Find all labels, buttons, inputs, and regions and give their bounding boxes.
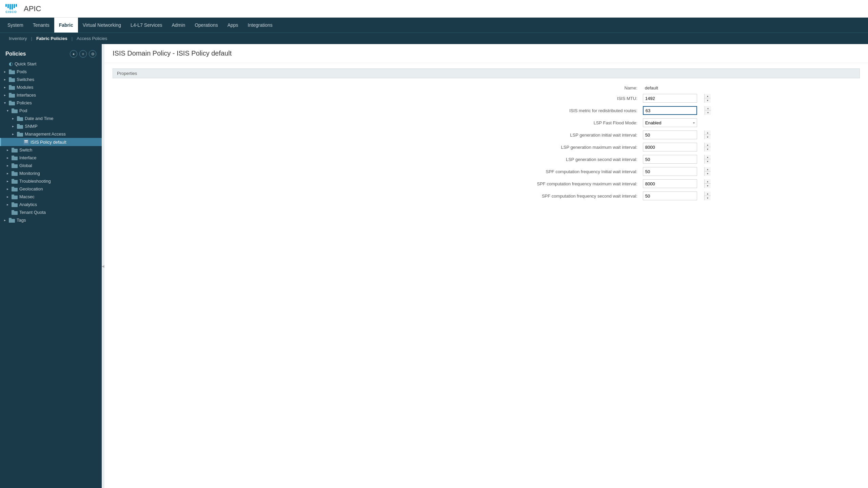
nav-operations[interactable]: Operations bbox=[190, 18, 222, 33]
sidebar-item-monitoring[interactable]: ▸ Monitoring bbox=[0, 169, 102, 177]
sidebar-item-snmp[interactable]: ▸ SNMP bbox=[0, 122, 102, 130]
input-spf-initial-field[interactable] bbox=[643, 169, 704, 174]
input-lsp-gen-max[interactable]: ▴ ▾ bbox=[643, 143, 697, 151]
spinner-down-spf-max[interactable]: ▾ bbox=[705, 184, 711, 188]
spinner-down-lsp-gen-max[interactable]: ▾ bbox=[705, 147, 711, 151]
nav-fabric[interactable]: Fabric bbox=[54, 18, 78, 33]
spinner-up-spf-initial[interactable]: ▴ bbox=[705, 167, 711, 171]
input-spf-second[interactable]: ▴ ▾ bbox=[643, 191, 697, 200]
spinner-down-spf-second[interactable]: ▾ bbox=[705, 196, 711, 200]
nav-system[interactable]: System bbox=[3, 18, 28, 33]
sidebar-item-mgmt-access[interactable]: ▸ Management Access bbox=[0, 130, 102, 138]
folder-icon-interface bbox=[12, 156, 18, 160]
sidebar-label-macsec: Macsec bbox=[19, 194, 35, 199]
folder-icon-macsec bbox=[12, 195, 18, 199]
panel-splitter[interactable] bbox=[102, 44, 104, 488]
doc-icon-isis-policy bbox=[23, 139, 29, 145]
spinner-up-spf-max[interactable]: ▴ bbox=[705, 179, 711, 184]
input-lsp-gen-initial-field[interactable] bbox=[643, 133, 704, 138]
sidebar-item-modules[interactable]: ▸ Modules bbox=[0, 83, 102, 91]
nav-l4l7[interactable]: L4-L7 Services bbox=[126, 18, 167, 33]
input-lsp-gen-second[interactable]: ▴ ▾ bbox=[643, 155, 697, 164]
main-panel: ISIS Domain Policy - ISIS Policy default… bbox=[104, 44, 868, 488]
field-label-spf-second: SPF computation frequency second wait in… bbox=[113, 190, 640, 202]
sidebar-item-interface[interactable]: ▸ Interface bbox=[0, 154, 102, 162]
folder-icon-mgmt-access bbox=[17, 132, 23, 137]
input-lsp-gen-max-field[interactable] bbox=[643, 145, 704, 150]
spinner-down-isis-metric[interactable]: ▾ bbox=[705, 110, 711, 115]
input-spf-initial[interactable]: ▴ ▾ bbox=[643, 167, 697, 176]
sidebar-item-quick-start[interactable]: ◐ Quick Start bbox=[0, 60, 102, 68]
spinner-spf-initial: ▴ ▾ bbox=[704, 167, 711, 176]
arrow-tags: ▸ bbox=[4, 218, 9, 222]
spinner-up-lsp-gen-second[interactable]: ▴ bbox=[705, 155, 711, 159]
sidebar-item-date-time[interactable]: ▸ Date and Time bbox=[0, 115, 102, 122]
sidebar-item-switches[interactable]: ▸ Switches bbox=[0, 76, 102, 83]
nav-admin[interactable]: Admin bbox=[167, 18, 190, 33]
spinner-down-lsp-gen-second[interactable]: ▾ bbox=[705, 159, 711, 164]
subnav-sep2: | bbox=[71, 36, 73, 41]
input-isis-mtu-field[interactable] bbox=[643, 96, 704, 101]
toolbar-icon-list[interactable]: ≡ bbox=[79, 50, 87, 58]
sidebar-item-troubleshooting[interactable]: ▸ Troubleshooting bbox=[0, 177, 102, 185]
subnav-access-policies[interactable]: Access Policies bbox=[73, 33, 111, 44]
field-label-isis-metric: ISIS metric for redistributed routes: bbox=[113, 104, 640, 117]
cisco-logo-icon bbox=[5, 4, 17, 9]
spinner-up-lsp-gen-max[interactable]: ▴ bbox=[705, 143, 711, 147]
field-value-name: default bbox=[643, 84, 660, 92]
spinner-down-isis-mtu[interactable]: ▾ bbox=[705, 98, 711, 103]
sidebar-item-pod[interactable]: ▾ Pod bbox=[0, 107, 102, 115]
sidebar-item-policies[interactable]: ▾ Policies bbox=[0, 99, 102, 107]
spinner-up-isis-mtu[interactable]: ▴ bbox=[705, 94, 711, 98]
input-isis-mtu[interactable]: ▴ ▾ bbox=[643, 94, 697, 103]
input-spf-max-field[interactable] bbox=[643, 181, 704, 186]
panel-title: ISIS Domain Policy - ISIS Policy default bbox=[104, 44, 868, 63]
arrow-geolocation: ▸ bbox=[7, 187, 12, 191]
input-spf-second-field[interactable] bbox=[643, 194, 704, 199]
sidebar-item-pods[interactable]: ▸ Pods bbox=[0, 68, 102, 76]
arrow-switches: ▸ bbox=[4, 78, 9, 81]
sidebar-item-macsec[interactable]: ▸ Macsec bbox=[0, 193, 102, 201]
sidebar-item-tenant-quota[interactable]: Tenant Quota bbox=[0, 208, 102, 216]
select-lsp-fast-flood[interactable]: Enabled Disabled ▾ bbox=[643, 118, 697, 127]
spinner-up-isis-metric[interactable]: ▴ bbox=[705, 106, 711, 110]
spinner-up-spf-second[interactable]: ▴ bbox=[705, 191, 711, 196]
folder-icon-switches bbox=[9, 77, 15, 82]
input-isis-metric-field[interactable] bbox=[644, 108, 705, 113]
sidebar-item-isis-policy[interactable]: ISIS Policy default bbox=[0, 138, 102, 146]
subnav-fabric-policies[interactable]: Fabric Policies bbox=[33, 33, 71, 44]
folder-icon-tenant-quota bbox=[12, 210, 18, 215]
spinner-up-lsp-gen-initial[interactable]: ▴ bbox=[705, 130, 711, 135]
folder-icon-switch bbox=[12, 148, 18, 152]
sidebar-item-interfaces[interactable]: ▸ Interfaces bbox=[0, 91, 102, 99]
toolbar-icon-circle[interactable]: ⊙ bbox=[89, 50, 96, 58]
nav-virtual-networking[interactable]: Virtual Networking bbox=[78, 18, 126, 33]
spinner-down-spf-initial[interactable]: ▾ bbox=[705, 171, 711, 176]
sidebar-item-tags[interactable]: ▸ Tags bbox=[0, 216, 102, 224]
field-row-isis-metric: ISIS metric for redistributed routes: ▴ … bbox=[113, 104, 860, 117]
folder-icon-snmp bbox=[17, 124, 23, 129]
field-label-lsp-gen-initial: LSP generation initial wait interval: bbox=[113, 129, 640, 141]
subnav-inventory[interactable]: Inventory bbox=[5, 33, 30, 44]
nav-integrations[interactable]: Integrations bbox=[243, 18, 277, 33]
folder-icon-geolocation bbox=[12, 187, 18, 191]
toolbar-icon-record[interactable]: ● bbox=[70, 50, 77, 58]
spinner-down-lsp-gen-initial[interactable]: ▾ bbox=[705, 135, 711, 139]
sidebar-item-geolocation[interactable]: ▸ Geolocation bbox=[0, 185, 102, 193]
field-row-lsp-gen-second: LSP generation second wait interval: ▴ ▾ bbox=[113, 153, 860, 165]
sidebar-label-interfaces: Interfaces bbox=[17, 93, 36, 98]
sidebar-item-switch[interactable]: ▸ Switch bbox=[0, 146, 102, 154]
nav-tenants[interactable]: Tenants bbox=[28, 18, 54, 33]
select-lsp-fast-flood-input[interactable]: Enabled Disabled bbox=[645, 120, 693, 125]
sidebar-label-monitoring: Monitoring bbox=[19, 171, 40, 176]
sidebar-label-tags: Tags bbox=[17, 218, 26, 223]
input-isis-metric[interactable]: ▴ ▾ bbox=[643, 106, 697, 115]
sidebar-header: Policies ● ≡ ⊙ bbox=[0, 47, 102, 60]
sidebar-label-quick-start: Quick Start bbox=[15, 61, 36, 66]
input-spf-max[interactable]: ▴ ▾ bbox=[643, 179, 697, 188]
sidebar-item-analytics[interactable]: ▸ Analytics bbox=[0, 201, 102, 208]
sidebar-item-global[interactable]: ▸ Global bbox=[0, 162, 102, 169]
nav-apps[interactable]: Apps bbox=[223, 18, 243, 33]
input-lsp-gen-second-field[interactable] bbox=[643, 157, 704, 162]
input-lsp-gen-initial[interactable]: ▴ ▾ bbox=[643, 130, 697, 139]
